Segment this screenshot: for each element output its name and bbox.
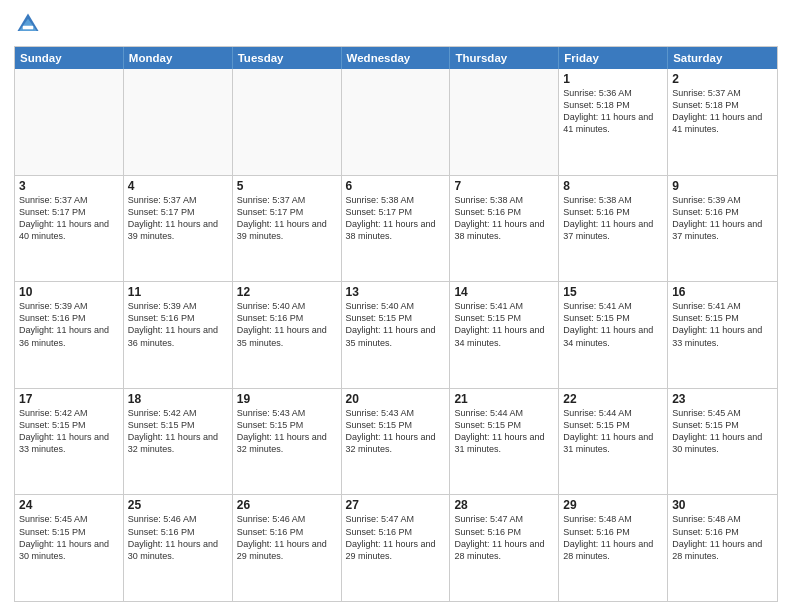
day-cell-16: 16Sunrise: 5:41 AM Sunset: 5:15 PM Dayli…	[668, 282, 777, 388]
day-cell-1: 1Sunrise: 5:36 AM Sunset: 5:18 PM Daylig…	[559, 69, 668, 175]
day-cell-30: 30Sunrise: 5:48 AM Sunset: 5:16 PM Dayli…	[668, 495, 777, 601]
calendar-header: SundayMondayTuesdayWednesdayThursdayFrid…	[15, 47, 777, 69]
calendar-body: 1Sunrise: 5:36 AM Sunset: 5:18 PM Daylig…	[15, 69, 777, 601]
header-day-tuesday: Tuesday	[233, 47, 342, 69]
day-number: 5	[237, 179, 337, 193]
day-info: Sunrise: 5:40 AM Sunset: 5:15 PM Dayligh…	[346, 300, 446, 349]
week-row-3: 10Sunrise: 5:39 AM Sunset: 5:16 PM Dayli…	[15, 281, 777, 388]
day-info: Sunrise: 5:37 AM Sunset: 5:17 PM Dayligh…	[237, 194, 337, 243]
day-cell-2: 2Sunrise: 5:37 AM Sunset: 5:18 PM Daylig…	[668, 69, 777, 175]
header-day-friday: Friday	[559, 47, 668, 69]
day-number: 10	[19, 285, 119, 299]
day-info: Sunrise: 5:44 AM Sunset: 5:15 PM Dayligh…	[454, 407, 554, 456]
day-number: 14	[454, 285, 554, 299]
day-cell-23: 23Sunrise: 5:45 AM Sunset: 5:15 PM Dayli…	[668, 389, 777, 495]
day-info: Sunrise: 5:48 AM Sunset: 5:16 PM Dayligh…	[563, 513, 663, 562]
day-info: Sunrise: 5:48 AM Sunset: 5:16 PM Dayligh…	[672, 513, 773, 562]
day-number: 24	[19, 498, 119, 512]
day-info: Sunrise: 5:41 AM Sunset: 5:15 PM Dayligh…	[454, 300, 554, 349]
day-number: 25	[128, 498, 228, 512]
day-cell-28: 28Sunrise: 5:47 AM Sunset: 5:16 PM Dayli…	[450, 495, 559, 601]
day-cell-6: 6Sunrise: 5:38 AM Sunset: 5:17 PM Daylig…	[342, 176, 451, 282]
day-number: 9	[672, 179, 773, 193]
day-cell-10: 10Sunrise: 5:39 AM Sunset: 5:16 PM Dayli…	[15, 282, 124, 388]
day-number: 1	[563, 72, 663, 86]
day-info: Sunrise: 5:39 AM Sunset: 5:16 PM Dayligh…	[128, 300, 228, 349]
week-row-2: 3Sunrise: 5:37 AM Sunset: 5:17 PM Daylig…	[15, 175, 777, 282]
header-day-sunday: Sunday	[15, 47, 124, 69]
day-cell-27: 27Sunrise: 5:47 AM Sunset: 5:16 PM Dayli…	[342, 495, 451, 601]
day-cell-17: 17Sunrise: 5:42 AM Sunset: 5:15 PM Dayli…	[15, 389, 124, 495]
day-number: 13	[346, 285, 446, 299]
empty-cell-0-3	[342, 69, 451, 175]
day-number: 6	[346, 179, 446, 193]
day-cell-14: 14Sunrise: 5:41 AM Sunset: 5:15 PM Dayli…	[450, 282, 559, 388]
day-info: Sunrise: 5:44 AM Sunset: 5:15 PM Dayligh…	[563, 407, 663, 456]
day-cell-4: 4Sunrise: 5:37 AM Sunset: 5:17 PM Daylig…	[124, 176, 233, 282]
empty-cell-0-1	[124, 69, 233, 175]
day-number: 19	[237, 392, 337, 406]
day-info: Sunrise: 5:43 AM Sunset: 5:15 PM Dayligh…	[346, 407, 446, 456]
day-info: Sunrise: 5:46 AM Sunset: 5:16 PM Dayligh…	[128, 513, 228, 562]
week-row-1: 1Sunrise: 5:36 AM Sunset: 5:18 PM Daylig…	[15, 69, 777, 175]
header-day-thursday: Thursday	[450, 47, 559, 69]
day-info: Sunrise: 5:37 AM Sunset: 5:18 PM Dayligh…	[672, 87, 773, 136]
page: SundayMondayTuesdayWednesdayThursdayFrid…	[0, 0, 792, 612]
day-cell-21: 21Sunrise: 5:44 AM Sunset: 5:15 PM Dayli…	[450, 389, 559, 495]
header-day-saturday: Saturday	[668, 47, 777, 69]
day-info: Sunrise: 5:45 AM Sunset: 5:15 PM Dayligh…	[19, 513, 119, 562]
day-info: Sunrise: 5:46 AM Sunset: 5:16 PM Dayligh…	[237, 513, 337, 562]
day-info: Sunrise: 5:47 AM Sunset: 5:16 PM Dayligh…	[454, 513, 554, 562]
logo-icon	[14, 10, 42, 38]
day-number: 23	[672, 392, 773, 406]
day-number: 29	[563, 498, 663, 512]
header	[14, 10, 778, 38]
day-number: 26	[237, 498, 337, 512]
day-number: 16	[672, 285, 773, 299]
day-cell-7: 7Sunrise: 5:38 AM Sunset: 5:16 PM Daylig…	[450, 176, 559, 282]
day-cell-8: 8Sunrise: 5:38 AM Sunset: 5:16 PM Daylig…	[559, 176, 668, 282]
day-number: 15	[563, 285, 663, 299]
day-cell-22: 22Sunrise: 5:44 AM Sunset: 5:15 PM Dayli…	[559, 389, 668, 495]
day-cell-9: 9Sunrise: 5:39 AM Sunset: 5:16 PM Daylig…	[668, 176, 777, 282]
day-cell-12: 12Sunrise: 5:40 AM Sunset: 5:16 PM Dayli…	[233, 282, 342, 388]
day-info: Sunrise: 5:39 AM Sunset: 5:16 PM Dayligh…	[672, 194, 773, 243]
day-cell-3: 3Sunrise: 5:37 AM Sunset: 5:17 PM Daylig…	[15, 176, 124, 282]
day-info: Sunrise: 5:39 AM Sunset: 5:16 PM Dayligh…	[19, 300, 119, 349]
day-number: 28	[454, 498, 554, 512]
day-info: Sunrise: 5:38 AM Sunset: 5:17 PM Dayligh…	[346, 194, 446, 243]
day-info: Sunrise: 5:42 AM Sunset: 5:15 PM Dayligh…	[19, 407, 119, 456]
day-cell-15: 15Sunrise: 5:41 AM Sunset: 5:15 PM Dayli…	[559, 282, 668, 388]
day-cell-19: 19Sunrise: 5:43 AM Sunset: 5:15 PM Dayli…	[233, 389, 342, 495]
day-cell-18: 18Sunrise: 5:42 AM Sunset: 5:15 PM Dayli…	[124, 389, 233, 495]
day-number: 3	[19, 179, 119, 193]
day-cell-24: 24Sunrise: 5:45 AM Sunset: 5:15 PM Dayli…	[15, 495, 124, 601]
week-row-4: 17Sunrise: 5:42 AM Sunset: 5:15 PM Dayli…	[15, 388, 777, 495]
day-number: 17	[19, 392, 119, 406]
day-number: 8	[563, 179, 663, 193]
day-number: 18	[128, 392, 228, 406]
day-info: Sunrise: 5:43 AM Sunset: 5:15 PM Dayligh…	[237, 407, 337, 456]
week-row-5: 24Sunrise: 5:45 AM Sunset: 5:15 PM Dayli…	[15, 494, 777, 601]
day-info: Sunrise: 5:36 AM Sunset: 5:18 PM Dayligh…	[563, 87, 663, 136]
day-info: Sunrise: 5:40 AM Sunset: 5:16 PM Dayligh…	[237, 300, 337, 349]
day-info: Sunrise: 5:41 AM Sunset: 5:15 PM Dayligh…	[563, 300, 663, 349]
calendar: SundayMondayTuesdayWednesdayThursdayFrid…	[14, 46, 778, 602]
day-number: 20	[346, 392, 446, 406]
day-info: Sunrise: 5:37 AM Sunset: 5:17 PM Dayligh…	[128, 194, 228, 243]
empty-cell-0-4	[450, 69, 559, 175]
empty-cell-0-2	[233, 69, 342, 175]
day-cell-13: 13Sunrise: 5:40 AM Sunset: 5:15 PM Dayli…	[342, 282, 451, 388]
day-cell-29: 29Sunrise: 5:48 AM Sunset: 5:16 PM Dayli…	[559, 495, 668, 601]
day-info: Sunrise: 5:42 AM Sunset: 5:15 PM Dayligh…	[128, 407, 228, 456]
day-info: Sunrise: 5:41 AM Sunset: 5:15 PM Dayligh…	[672, 300, 773, 349]
svg-rect-2	[23, 26, 34, 30]
day-number: 12	[237, 285, 337, 299]
day-info: Sunrise: 5:38 AM Sunset: 5:16 PM Dayligh…	[454, 194, 554, 243]
day-number: 7	[454, 179, 554, 193]
day-cell-5: 5Sunrise: 5:37 AM Sunset: 5:17 PM Daylig…	[233, 176, 342, 282]
day-info: Sunrise: 5:45 AM Sunset: 5:15 PM Dayligh…	[672, 407, 773, 456]
logo	[14, 10, 46, 38]
header-day-wednesday: Wednesday	[342, 47, 451, 69]
day-number: 30	[672, 498, 773, 512]
